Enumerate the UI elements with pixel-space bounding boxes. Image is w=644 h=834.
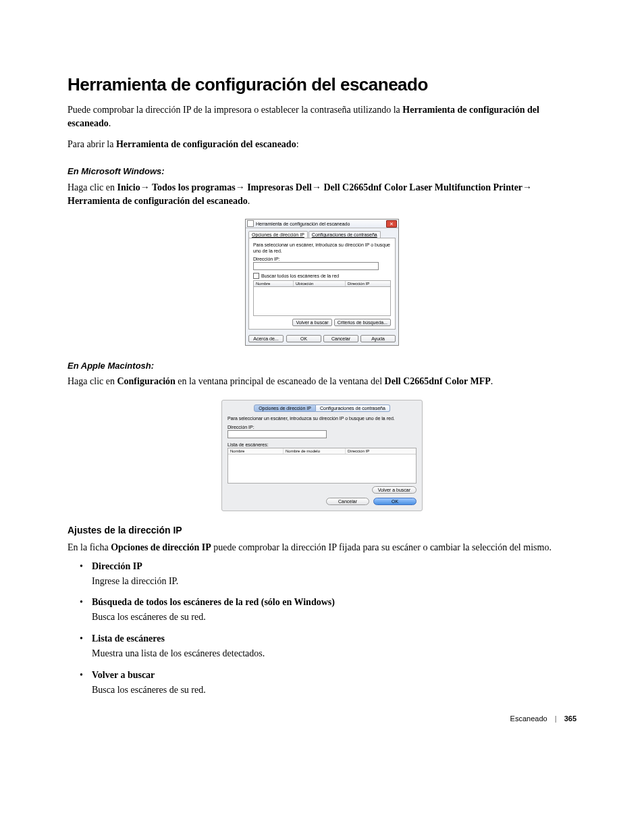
list-item: Búsqueda de todos los escáneres de la re…	[68, 597, 576, 624]
col-location: Ubicación	[294, 281, 346, 286]
search-all-checkbox[interactable]	[253, 273, 259, 279]
windows-instruction: Haga clic en Inicio→ Todos los programas…	[68, 180, 576, 209]
titlebar: Herramienta de configuración del escanea…	[246, 219, 398, 228]
ip-input[interactable]	[253, 262, 379, 270]
search-criteria-button[interactable]: Criterios de búsqueda...	[334, 319, 391, 326]
col-name: Nombre	[228, 448, 284, 454]
tab-password-config[interactable]: Configuraciones de contraseña	[308, 231, 381, 238]
intro2-bold: Herramienta de configuración del escanea…	[116, 139, 296, 149]
mac-device: Dell C2665dnf Color MFP	[385, 376, 491, 386]
tab-panel: Para seleccionar un escáner, introduzca …	[248, 238, 396, 330]
col-name: Nombre	[254, 281, 294, 286]
list-item: Dirección IP Ingrese la dirección IP.	[68, 561, 576, 588]
win-tool: Herramienta de configuración del escanea…	[68, 196, 248, 206]
rescan-button[interactable]: Volver a buscar	[292, 319, 331, 326]
rescan-button[interactable]: Volver a buscar	[372, 486, 417, 494]
intro2-suffix: :	[296, 139, 299, 149]
list-item: Lista de escáneres Muestra una lista de …	[68, 633, 576, 660]
mac-dialog: Opciones de dirección IP Configuraciones…	[221, 400, 423, 511]
scanner-list-label: Lista de escáneres:	[227, 442, 417, 447]
tab-ip-options[interactable]: Opciones de dirección IP	[248, 231, 308, 238]
intro-paragraph-2: Para abrir la Herramienta de configuraci…	[68, 138, 576, 151]
ip-intro-suffix: puede comprobar la dirección IP fijada p…	[211, 542, 552, 552]
ip-label: Dirección IP:	[227, 425, 417, 429]
col-model: Nombre de modelo	[284, 448, 346, 454]
ip-input[interactable]	[227, 430, 327, 438]
win-prefix: Haga clic en	[68, 182, 117, 192]
table-body	[253, 287, 391, 316]
intro2-prefix: Para abrir la	[68, 139, 116, 149]
page-title: Herramienta de configuración del escanea…	[68, 74, 576, 95]
item-desc: Busca los escáneres de su red.	[92, 683, 576, 697]
close-icon[interactable]: ✕	[386, 220, 397, 228]
ip-intro-bold: Opciones de dirección IP	[111, 542, 211, 552]
panel-description: Para seleccionar un escáner, introduzca …	[227, 416, 417, 421]
ip-settings-heading: Ajustes de la dirección IP	[68, 525, 576, 536]
ok-button[interactable]: OK	[286, 335, 321, 342]
windows-dialog: Herramienta de configuración del escanea…	[245, 219, 399, 346]
item-title: Búsqueda de todos los escáneres de la re…	[92, 597, 259, 607]
item-title: Volver a buscar	[92, 670, 155, 680]
page-number: 365	[564, 714, 576, 723]
item-desc: Busca los escáneres de su red.	[92, 610, 576, 624]
arrow-icon: →	[236, 182, 245, 192]
item-desc: Ingrese la dirección IP.	[92, 575, 576, 588]
cancel-button[interactable]: Cancelar	[323, 335, 358, 342]
win-todos: Todos los programas	[150, 182, 236, 192]
help-button[interactable]: Ayuda	[360, 335, 396, 342]
table-header: Nombre Nombre de modelo Dirección IP	[228, 448, 416, 454]
mac-config: Configuración	[117, 376, 175, 386]
ip-intro-prefix: En la ficha	[68, 542, 111, 552]
tabs: Opciones de dirección IP Configuraciones…	[246, 228, 398, 238]
list-item: Volver a buscar Busca los escáneres de s…	[68, 670, 576, 697]
arrow-icon: →	[522, 182, 532, 192]
table-header: Nombre Ubicación Dirección IP	[253, 280, 391, 287]
intro-paragraph-1: Puede comprobar la dirección IP de la im…	[68, 103, 576, 131]
windows-subheading: En Microsoft Windows:	[68, 166, 576, 176]
footer-separator: |	[555, 714, 557, 723]
intro1-suffix: .	[109, 118, 111, 128]
mac-prefix: Haga clic en	[68, 376, 117, 386]
item-title: Dirección IP	[92, 561, 142, 571]
window-title: Herramienta de configuración del escanea…	[256, 221, 386, 226]
item-note: (sólo en Windows)	[259, 597, 335, 607]
mac-instruction: Haga clic en Configuración en la ventana…	[68, 375, 576, 388]
mac-subheading: En Apple Macintosh:	[68, 361, 576, 371]
footer-label: Escaneado	[510, 714, 547, 723]
col-ip: Dirección IP	[346, 448, 416, 454]
panel-description: Para seleccionar un escáner, introduzca …	[253, 242, 391, 254]
ok-button[interactable]: OK	[373, 498, 417, 505]
ip-settings-list: Dirección IP Ingrese la dirección IP. Bú…	[68, 561, 576, 696]
win-impresoras: Impresoras Dell	[245, 182, 312, 192]
win-device: Dell C2665dnf Color Laser Multifunction …	[321, 182, 522, 192]
arrow-icon: →	[140, 182, 150, 192]
arrow-icon: →	[312, 182, 321, 192]
scanner-table: Nombre Nombre de modelo Dirección IP	[227, 448, 417, 484]
mac-mid: en la ventana principal de escaneado de …	[176, 376, 385, 386]
app-icon	[247, 220, 254, 227]
mac-tabs: Opciones de dirección IP Configuraciones…	[227, 405, 417, 412]
win-suffix: .	[248, 196, 250, 206]
ip-settings-intro: En la ficha Opciones de dirección IP pue…	[68, 541, 576, 554]
intro1-prefix: Puede comprobar la dirección IP de la im…	[68, 105, 402, 115]
item-title: Lista de escáneres	[92, 633, 165, 644]
win-inicio: Inicio	[117, 182, 140, 192]
tab-password-config[interactable]: Configuraciones de contraseña	[316, 405, 390, 412]
tab-ip-options[interactable]: Opciones de dirección IP	[254, 405, 316, 412]
page-footer: Escaneado | 365	[510, 714, 576, 723]
search-all-label: Buscar todos los escáneres de la red	[261, 273, 339, 278]
col-ip: Dirección IP	[346, 281, 390, 286]
item-desc: Muestra una lista de los escáneres detec…	[92, 647, 576, 660]
about-button[interactable]: Acerca de...	[248, 335, 284, 342]
table-body	[228, 454, 416, 483]
mac-suffix: .	[491, 376, 493, 386]
cancel-button[interactable]: Cancelar	[326, 498, 369, 505]
ip-label: Dirección IP:	[253, 257, 391, 261]
